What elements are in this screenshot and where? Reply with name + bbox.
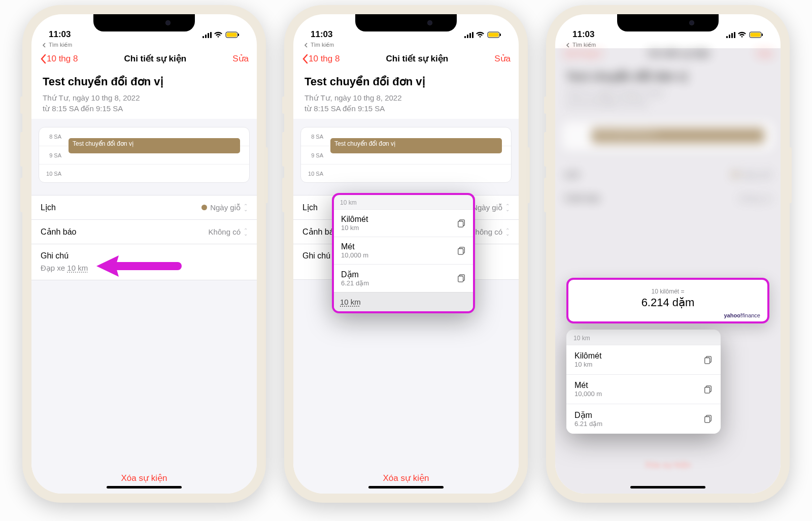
page-title: Chi tiết sự kiện xyxy=(124,53,187,64)
status-icons xyxy=(202,29,240,40)
event-title: Test chuyển đổi đơn vị xyxy=(304,75,507,88)
copy-icon[interactable] xyxy=(457,219,466,228)
status-time: 11:03 xyxy=(49,29,71,40)
svg-rect-8 xyxy=(467,35,468,38)
svg-rect-5 xyxy=(227,33,237,37)
delete-event-button[interactable]: Xóa sự kiện xyxy=(31,463,257,494)
timeline-card[interactable]: 8 SA 9 SA Test chuyển đổi đơn vị 10 SA xyxy=(300,127,512,183)
updown-icon: ⌃⌄ xyxy=(244,229,248,236)
notes-value[interactable]: Đạp xe 10 km xyxy=(41,260,248,280)
chevron-left-icon xyxy=(42,43,47,48)
phone-frame-1: 11:03 Tìm kiếm 10 thg 8 Chi tiết sự kiện… xyxy=(22,5,266,503)
event-date: Thứ Tư, ngày 10 thg 8, 2022 xyxy=(43,92,246,103)
chevron-left-icon xyxy=(40,54,47,64)
calendar-dot-icon xyxy=(201,205,207,210)
svg-rect-20 xyxy=(726,36,728,38)
alert-row[interactable]: Cảnh báo Không có⌃⌄ xyxy=(31,220,257,244)
result-source: yahoo!finance xyxy=(576,312,760,318)
conversion-result-card[interactable]: 10 kilômét = 6.214 dặm yahoo!finance xyxy=(566,278,769,323)
svg-rect-25 xyxy=(751,33,761,37)
event-title: Test chuyển đổi đơn vị xyxy=(43,75,246,88)
svg-rect-13 xyxy=(500,34,501,36)
page-title: Chi tiết sự kiện xyxy=(386,53,449,64)
svg-rect-32 xyxy=(705,417,710,423)
annotation-arrow-icon xyxy=(96,252,183,280)
svg-rect-30 xyxy=(705,387,710,393)
svg-rect-12 xyxy=(489,33,499,37)
unit-option-km[interactable]: Kilômét10 km xyxy=(334,209,473,237)
notch xyxy=(355,14,457,31)
copy-icon[interactable] xyxy=(703,385,713,394)
unit-text[interactable]: 10 km xyxy=(67,264,88,272)
back-button[interactable]: 10 thg 8 xyxy=(40,54,78,64)
svg-rect-0 xyxy=(202,36,204,38)
svg-rect-28 xyxy=(705,357,710,364)
event-time: từ 8:15 SA đến 9:15 SA xyxy=(304,103,507,114)
calendar-row[interactable]: Lịch Ngày giỗ⌃⌄ xyxy=(31,196,257,220)
svg-rect-21 xyxy=(729,35,730,38)
result-top: 10 kilômét = xyxy=(576,288,760,295)
copy-icon[interactable] xyxy=(703,414,713,424)
breadcrumb-search[interactable]: Tìm kiếm xyxy=(555,41,781,48)
svg-rect-10 xyxy=(472,32,473,38)
svg-rect-2 xyxy=(208,33,209,38)
popup-header: 10 km xyxy=(566,330,721,345)
event-date: Thứ Tư, ngày 10 thg 8, 2022 xyxy=(304,92,507,103)
notch xyxy=(617,14,719,31)
notch xyxy=(93,14,195,31)
breadcrumb-search[interactable]: Tìm kiếm xyxy=(293,41,519,48)
breadcrumb-search[interactable]: Tìm kiếm xyxy=(31,41,257,48)
unit-option-m[interactable]: Mét10,000 m xyxy=(566,374,721,404)
home-indicator[interactable] xyxy=(368,486,444,489)
timeline-event-block[interactable]: Test chuyển đổi đơn vị xyxy=(69,138,240,153)
svg-rect-6 xyxy=(238,34,239,36)
timeline-card[interactable]: 8 SA 9 SA Test chuyển đổi đơn vị 10 SA xyxy=(39,127,250,183)
timeline-event-block[interactable]: Test chuyển đổi đơn vị xyxy=(330,138,502,153)
home-indicator[interactable] xyxy=(630,486,705,489)
delete-event-button[interactable]: Xóa sự kiện xyxy=(293,463,519,494)
svg-rect-9 xyxy=(469,33,471,38)
unit-option-km[interactable]: Kilômét10 km xyxy=(566,345,721,374)
result-value: 6.214 dặm xyxy=(576,296,760,309)
status-time: 11:03 xyxy=(311,29,332,40)
edit-button[interactable]: Sửa xyxy=(232,53,249,64)
svg-rect-15 xyxy=(458,221,463,227)
svg-rect-17 xyxy=(458,248,463,254)
svg-rect-26 xyxy=(762,34,763,36)
nav-bar: 10 thg 8 Chi tiết sự kiện Sửa xyxy=(31,48,257,68)
back-button[interactable]: 10 thg 8 xyxy=(301,54,340,64)
copy-icon[interactable] xyxy=(703,355,713,365)
updown-icon: ⌃⌄ xyxy=(244,204,248,211)
edit-button[interactable]: Sửa xyxy=(494,53,511,64)
event-time: từ 8:15 SA đến 9:15 SA xyxy=(43,103,246,114)
popup-header: 10 km xyxy=(334,195,473,209)
status-time: 11:03 xyxy=(572,29,594,40)
copy-icon[interactable] xyxy=(457,246,466,255)
copy-icon[interactable] xyxy=(457,274,466,283)
home-indicator[interactable] xyxy=(107,486,182,489)
svg-rect-22 xyxy=(731,33,733,38)
unit-option-m[interactable]: Mét10,000 m xyxy=(334,237,473,264)
unit-option-mile[interactable]: Dặm6.21 dặm xyxy=(566,404,721,434)
delete-event-button[interactable]: Xóa sự kiện xyxy=(555,449,781,480)
phone-frame-3: 11:03 Tìm kiếm 10 thg 8 Chi tiết sự kiện… xyxy=(546,5,790,503)
notes-section: Ghi chú Đạp xe 10 km xyxy=(31,244,257,280)
unit-conversion-popup: 10 km Kilômét10 km Mét10,000 m Dặm6.21 d… xyxy=(566,330,721,434)
svg-rect-7 xyxy=(464,36,466,38)
svg-rect-19 xyxy=(458,276,463,282)
unit-option-mile[interactable]: Dặm6.21 dặm xyxy=(334,264,473,292)
svg-rect-3 xyxy=(210,32,212,38)
event-header: Test chuyển đổi đơn vị Thứ Tư, ngày 10 t… xyxy=(31,68,257,119)
unit-conversion-popup: 10 km Kilômét10 km Mét10,000 m Dặm6.21 d… xyxy=(332,193,475,313)
phone-frame-2: 11:03 Tìm kiếm 10 thg 8 Chi tiết sự kiện… xyxy=(284,5,528,503)
svg-rect-1 xyxy=(205,35,207,38)
popup-tail: 10 km xyxy=(334,292,473,311)
svg-rect-23 xyxy=(734,32,735,38)
